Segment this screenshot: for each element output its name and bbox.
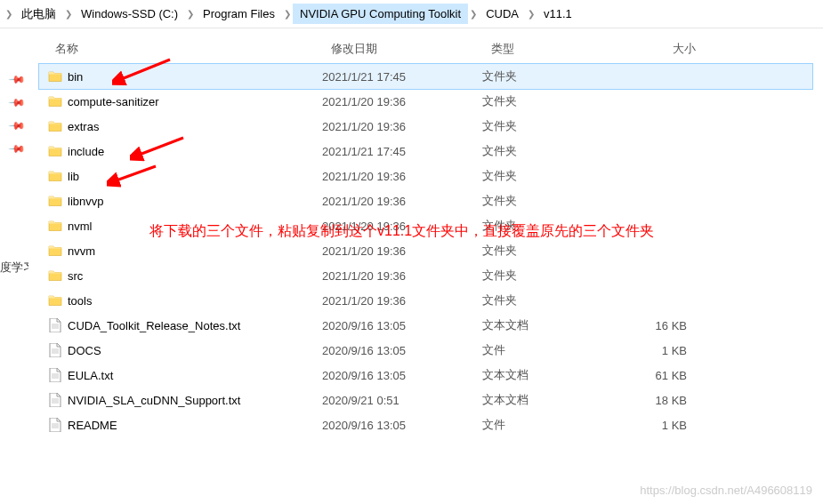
file-type: 文件 [482, 342, 616, 358]
folder-icon [46, 95, 64, 108]
column-headers[interactable]: 名称 修改日期 类型 大小 [39, 36, 812, 64]
file-icon [46, 418, 64, 432]
file-row[interactable]: libnvvp2021/1/20 19:36文件夹 [39, 188, 812, 213]
folder-icon [46, 170, 64, 182]
file-row[interactable]: src2021/1/20 19:36文件夹 [39, 263, 812, 288]
file-size: 1 KB [616, 419, 705, 432]
file-type: 文件夹 [482, 143, 616, 159]
file-row[interactable]: EULA.txt2020/9/16 13:05文本文档61 KB [39, 363, 812, 388]
file-icon [46, 368, 64, 382]
folder-icon [46, 70, 64, 83]
file-name: compute-sanitizer [64, 95, 322, 108]
file-date: 2021/1/20 19:36 [322, 95, 482, 108]
file-type: 文件夹 [482, 168, 616, 184]
file-name: DOCS [64, 344, 322, 357]
file-icon [46, 393, 64, 407]
column-date[interactable]: 修改日期 [331, 41, 491, 57]
file-row[interactable]: CUDA_Toolkit_Release_Notes.txt2020/9/16 … [39, 313, 812, 338]
file-date: 2021/1/20 19:36 [322, 244, 482, 258]
chevron-right-icon: ❯ [4, 9, 14, 19]
file-name: nvvm [64, 244, 322, 258]
folder-icon [46, 269, 64, 282]
file-row[interactable]: DOCS2020/9/16 13:05文件1 KB [39, 338, 812, 363]
file-date: 2021/1/20 19:36 [322, 269, 482, 283]
column-name[interactable]: 名称 [55, 41, 331, 57]
file-date: 2020/9/16 13:05 [322, 319, 482, 332]
file-name: CUDA_Toolkit_Release_Notes.txt [64, 319, 322, 332]
file-row[interactable]: README2020/9/16 13:05文件1 KB [39, 412, 812, 437]
chevron-right-icon: ❯ [282, 9, 293, 19]
file-row[interactable]: include2021/1/21 17:45文件夹 [39, 139, 812, 164]
file-row[interactable]: compute-sanitizer2021/1/20 19:36文件夹 [39, 89, 812, 114]
file-type: 文件夹 [482, 218, 616, 234]
breadcrumb-item[interactable]: CUDA [479, 4, 526, 24]
file-row[interactable]: NVIDIA_SLA_cuDNN_Support.txt2020/9/21 0:… [39, 388, 812, 412]
pin-icon[interactable]: 📌 [8, 116, 27, 135]
sidebar-clip-text: 度学习 [0, 260, 28, 276]
file-type: 文件夹 [482, 118, 616, 134]
file-type: 文件夹 [482, 268, 616, 284]
file-date: 2020/9/21 0:51 [322, 394, 482, 407]
breadcrumb-item[interactable]: NVIDIA GPU Computing Toolkit [293, 4, 468, 24]
file-type: 文件夹 [482, 243, 616, 259]
file-date: 2021/1/20 19:36 [322, 220, 482, 233]
chevron-right-icon: ❯ [185, 9, 196, 19]
chevron-right-icon: ❯ [526, 9, 537, 19]
pin-icon[interactable]: 📌 [8, 140, 27, 158]
file-name: nvml [64, 220, 322, 233]
breadcrumb-item[interactable]: v11.1 [537, 4, 579, 24]
file-name: NVIDIA_SLA_cuDNN_Support.txt [64, 394, 322, 407]
breadcrumb[interactable]: ❯ 此电脑 ❯ Windows-SSD (C:) ❯ Program Files… [0, 0, 823, 28]
file-date: 2020/9/16 13:05 [322, 344, 482, 357]
folder-icon [46, 195, 64, 207]
file-type: 文本文档 [482, 367, 616, 383]
file-row[interactable]: extras2021/1/20 19:36文件夹 [39, 114, 812, 139]
file-row[interactable]: bin2021/1/21 17:45文件夹 [39, 64, 812, 89]
file-name: extras [64, 120, 322, 133]
file-size: 18 KB [616, 394, 705, 407]
file-type: 文件夹 [482, 193, 616, 209]
file-list-panel: 名称 修改日期 类型 大小 bin2021/1/21 17:45文件夹compu… [34, 28, 823, 504]
file-name: src [64, 269, 322, 283]
breadcrumb-item[interactable]: Program Files [196, 4, 282, 24]
file-size: 1 KB [616, 344, 705, 357]
chevron-right-icon: ❯ [63, 9, 74, 19]
watermark: https://blog.csdn.net/A496608119 [640, 484, 812, 497]
file-size: 61 KB [616, 369, 705, 382]
file-row[interactable]: nvml2021/1/20 19:36文件夹 [39, 213, 812, 238]
breadcrumb-item[interactable]: Windows-SSD (C:) [74, 4, 185, 24]
file-type: 文件夹 [482, 68, 616, 84]
file-row[interactable]: lib2021/1/20 19:36文件夹 [39, 164, 812, 188]
file-size: 16 KB [616, 319, 705, 332]
file-row[interactable]: nvvm2021/1/20 19:36文件夹 [39, 238, 812, 263]
file-type: 文件夹 [482, 93, 616, 109]
file-row[interactable]: tools2021/1/20 19:36文件夹 [39, 288, 812, 313]
chevron-right-icon: ❯ [468, 9, 479, 19]
folder-icon [46, 145, 64, 157]
folder-icon [46, 220, 64, 232]
pin-icon[interactable]: 📌 [8, 93, 27, 112]
file-type: 文本文档 [482, 392, 616, 408]
file-date: 2020/9/16 13:05 [322, 369, 482, 382]
file-date: 2021/1/21 17:45 [322, 145, 482, 158]
file-name: EULA.txt [64, 369, 322, 382]
file-date: 2021/1/20 19:36 [322, 170, 482, 183]
file-date: 2020/9/16 13:05 [322, 419, 482, 432]
file-name: lib [64, 170, 322, 183]
breadcrumb-item[interactable]: 此电脑 [14, 3, 63, 26]
folder-icon [46, 120, 64, 132]
folder-icon [46, 294, 64, 307]
file-date: 2021/1/20 19:36 [322, 294, 482, 308]
file-name: README [64, 419, 322, 432]
file-name: include [64, 145, 322, 158]
file-type: 文件夹 [482, 292, 616, 308]
file-date: 2021/1/20 19:36 [322, 195, 482, 208]
file-type: 文本文档 [482, 317, 616, 333]
file-name: libnvvp [64, 195, 322, 208]
file-icon [46, 343, 64, 357]
file-name: tools [64, 294, 322, 308]
pin-icon[interactable]: 📌 [8, 70, 27, 89]
column-type[interactable]: 类型 [491, 41, 625, 57]
file-type: 文件 [482, 417, 616, 433]
column-size[interactable]: 大小 [625, 41, 714, 57]
